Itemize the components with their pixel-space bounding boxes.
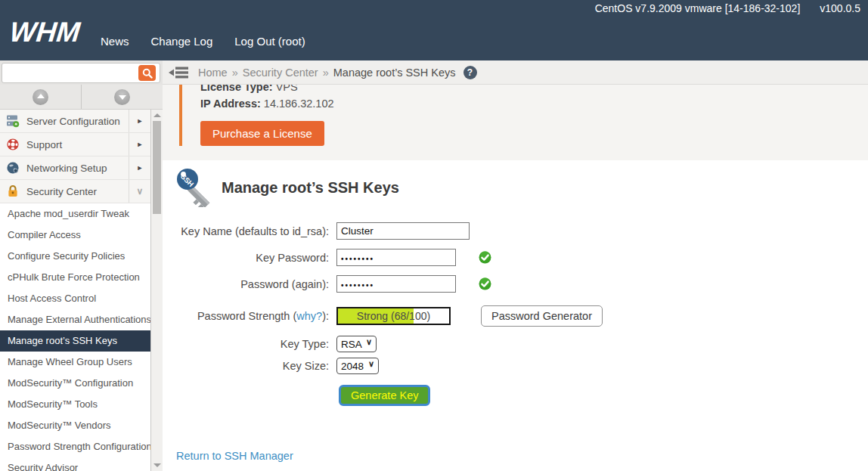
key-size-label: Key Size: xyxy=(176,360,329,372)
key-type-label: Key Type: xyxy=(176,338,329,350)
password-strength-meter: Strong (68/100) xyxy=(336,307,451,325)
green-check-icon xyxy=(479,251,491,264)
key-name-input[interactable] xyxy=(336,222,470,240)
return-to-ssh-manager-link[interactable]: Return to SSH Manager xyxy=(176,450,293,462)
password-strength-row: Password Strength (why?): Strong (68/100… xyxy=(176,305,868,327)
why-link[interactable]: why? xyxy=(296,310,322,322)
ip-address-label: IP Address: xyxy=(200,98,261,110)
sidebar-scroll-controls xyxy=(0,85,163,110)
scrollbar-up-arrow-icon[interactable] xyxy=(153,113,161,117)
license-notice: License Type: VPS IP Address: 14.186.32.… xyxy=(179,85,868,146)
main-content: License Type: VPS IP Address: 14.186.32.… xyxy=(163,85,868,471)
sidebar-category-label: Server Configuration xyxy=(26,116,129,127)
scrollbar-thumb[interactable] xyxy=(153,121,161,214)
key-type-select[interactable]: RSA xyxy=(336,336,377,352)
sidebar-category-label: Networking Setup xyxy=(26,163,129,174)
sidebar-scrollbar[interactable] xyxy=(151,110,163,471)
page-title: Manage root’s SSH Keys xyxy=(222,179,399,197)
breadcrumb-bar: Home » Security Center » Manage root’s S… xyxy=(163,60,868,85)
server-icon xyxy=(6,114,20,128)
life-ring-icon xyxy=(6,138,20,151)
scrollbar-down-arrow-icon[interactable] xyxy=(153,463,161,467)
license-band: License Type: VPS IP Address: 14.186.32.… xyxy=(163,85,868,160)
lock-icon xyxy=(6,184,20,198)
help-icon[interactable]: ? xyxy=(463,66,477,79)
system-info: CentOS v7.9.2009 vmware [14-186-32-102] … xyxy=(595,2,860,14)
license-type-label: License Type: xyxy=(200,85,273,93)
app-header: CentOS v7.9.2009 vmware [14-186-32-102] … xyxy=(0,0,868,60)
license-type-value: VPS xyxy=(276,85,298,93)
sidebar-item[interactable]: Security Advisor xyxy=(0,457,150,471)
sidebar-menu: Server Configuration Support xyxy=(0,110,151,471)
page-title-row: SSH Manage root’s SSH Keys xyxy=(176,168,868,207)
sidebar-item[interactable]: Compiler Access xyxy=(0,225,150,246)
password-strength-label: Password Strength ( xyxy=(197,310,296,322)
password-again-input[interactable] xyxy=(336,275,456,293)
sidebar-category-label: Security Center xyxy=(26,186,129,197)
sidebar-category-networking-setup[interactable]: Networking Setup xyxy=(0,156,150,180)
search-area xyxy=(0,60,163,85)
sidebar-item[interactable]: ModSecurity™ Tools xyxy=(0,394,150,415)
magnifier-icon xyxy=(142,68,153,79)
scroll-up-icon[interactable] xyxy=(33,89,48,105)
password-again-row: Password (again): xyxy=(176,275,868,293)
chevron-right-icon xyxy=(129,156,150,179)
chevron-right-icon xyxy=(129,110,150,132)
password-again-label: Password (again): xyxy=(176,278,329,290)
nav-item-changelog[interactable]: Change Log xyxy=(151,35,213,48)
whm-logo: WHM xyxy=(8,17,82,48)
sidebar-item[interactable]: Manage Wheel Group Users xyxy=(0,352,150,373)
ssh-key-form: Key Name (defaults to id_rsa): Key Passw… xyxy=(176,222,868,406)
sidebar-category-server-configuration[interactable]: Server Configuration xyxy=(0,110,150,133)
chevron-right-icon xyxy=(129,133,150,156)
os-info: CentOS v7.9.2009 vmware [14-186-32-102] xyxy=(595,2,801,14)
sidebar-category-support[interactable]: Support xyxy=(0,133,150,156)
sidebar-item[interactable]: Password Strength Configuration xyxy=(0,436,150,457)
scroll-down-icon[interactable] xyxy=(114,89,130,105)
sidebar-item[interactable]: cPHulk Brute Force Protection xyxy=(0,267,150,288)
ssh-key-icon: SSH xyxy=(176,168,214,207)
header-nav: News Change Log Log Out (root) xyxy=(101,35,305,48)
sidebar-item[interactable]: ModSecurity™ Vendors xyxy=(0,415,150,436)
breadcrumb-separator: » xyxy=(323,67,329,79)
key-size-select[interactable]: 2048 xyxy=(336,358,379,374)
breadcrumb-separator: » xyxy=(232,67,238,79)
breadcrumb-security-center[interactable]: Security Center xyxy=(243,67,318,79)
ip-address-value: 14.186.32.102 xyxy=(264,98,334,110)
green-check-icon xyxy=(479,277,491,290)
generate-row: Generate Key xyxy=(176,385,868,406)
sidebar-category-label: Support xyxy=(26,139,129,150)
breadcrumb: Home » Security Center » Manage root’s S… xyxy=(198,66,477,79)
sidebar-item[interactable]: Manage root’s SSH Keys xyxy=(0,330,150,352)
key-name-label: Key Name (defaults to id_rsa): xyxy=(176,225,329,237)
topbar: Home » Security Center » Manage root’s S… xyxy=(0,60,868,85)
globe-icon xyxy=(6,161,20,175)
nav-item-logout[interactable]: Log Out (root) xyxy=(234,35,305,48)
nav-item-news[interactable]: News xyxy=(101,35,129,48)
key-password-row: Key Password: xyxy=(176,249,868,266)
sidebar: Server Configuration Support xyxy=(0,85,163,471)
purchase-license-button[interactable]: Purchase a License xyxy=(200,121,324,146)
chevron-down-icon xyxy=(129,180,150,203)
key-size-row: Key Size: 2048 xyxy=(176,358,868,374)
breadcrumb-home[interactable]: Home xyxy=(198,67,228,79)
sidebar-item[interactable]: Apache mod_userdir Tweak xyxy=(0,203,150,225)
sidebar-item[interactable]: Manage External Authentications xyxy=(0,309,150,330)
sidebar-submenu: Apache mod_userdir TweakCompiler AccessC… xyxy=(0,203,150,471)
key-password-label: Key Password: xyxy=(176,252,329,264)
breadcrumb-current-page: Manage root’s SSH Keys xyxy=(333,67,456,79)
collapse-sidebar-icon[interactable] xyxy=(169,66,188,79)
password-generator-button[interactable]: Password Generator xyxy=(481,305,603,327)
sidebar-item[interactable]: Configure Security Policies xyxy=(0,246,150,267)
search-input[interactable] xyxy=(2,63,160,83)
whm-version: v100.0.5 xyxy=(820,2,860,14)
generate-key-button[interactable]: Generate Key xyxy=(339,385,430,406)
key-type-row: Key Type: RSA xyxy=(176,336,868,352)
key-password-input[interactable] xyxy=(336,249,456,266)
key-name-row: Key Name (defaults to id_rsa): xyxy=(176,222,868,240)
search-button[interactable] xyxy=(138,65,156,81)
sidebar-category-security-center[interactable]: Security Center xyxy=(0,180,150,203)
strength-text: Strong (68/100) xyxy=(338,308,449,324)
sidebar-item[interactable]: ModSecurity™ Configuration xyxy=(0,373,150,394)
sidebar-item[interactable]: Host Access Control xyxy=(0,288,150,309)
